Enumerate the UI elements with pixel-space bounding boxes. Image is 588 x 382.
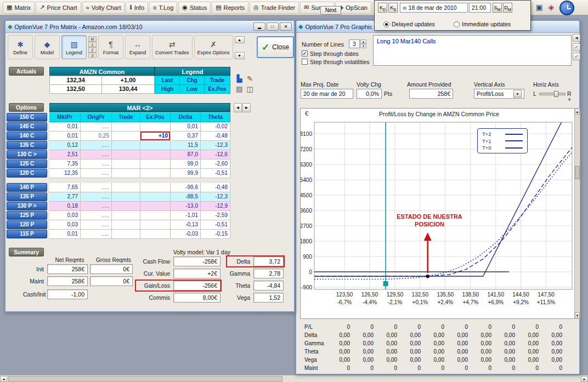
- delta-cell[interactable]: 99,0: [171, 159, 201, 169]
- delta-cell[interactable]: 99,9: [171, 169, 201, 178]
- lines-spinner[interactable]: ▲ ▼: [360, 39, 366, 48]
- close-window-button[interactable]: ✕: [280, 22, 292, 31]
- trade-cell[interactable]: [112, 192, 140, 202]
- page-icon[interactable]: ◫: [245, 85, 255, 94]
- workspace-icon[interactable]: ▣: [534, 2, 544, 12]
- delta-cell[interactable]: -13,0: [171, 202, 201, 211]
- origpr-cell[interactable]: 0,25: [81, 132, 112, 141]
- chevron-down-icon[interactable]: ▼: [513, 90, 522, 98]
- expos-cell[interactable]: [140, 169, 171, 178]
- delta-cell[interactable]: -0,03: [171, 230, 201, 239]
- theta-cell[interactable]: -0,02: [201, 122, 230, 132]
- check-button-1[interactable]: ✓: [573, 43, 580, 51]
- origpr-cell[interactable]: .....: [81, 192, 112, 202]
- trade-cell[interactable]: [112, 169, 140, 178]
- strike-button[interactable]: 120 C: [7, 169, 47, 178]
- app-toolbar-button[interactable]: ℹ Info: [126, 2, 148, 14]
- theta-cell[interactable]: -12,9: [201, 202, 230, 211]
- origpr-cell[interactable]: .....: [81, 122, 112, 132]
- trade-cell[interactable]: [112, 230, 140, 239]
- strike-button[interactable]: 130 C >: [7, 150, 47, 159]
- maximize-button[interactable]: □: [267, 22, 279, 31]
- hscrollbar-thumb[interactable]: [8, 376, 282, 382]
- edit-icon[interactable]: ✎: [245, 75, 255, 84]
- mktpr-cell[interactable]: 7,65: [49, 183, 81, 192]
- kd-button[interactable]: KD: [378, 3, 387, 13]
- delta-cell[interactable]: 11,5: [171, 141, 201, 150]
- origpr-cell[interactable]: .....: [81, 141, 112, 150]
- mktpr-cell[interactable]: 2,51: [49, 150, 81, 159]
- trade-cell[interactable]: [112, 211, 140, 220]
- theta-cell[interactable]: -0,48: [201, 183, 230, 192]
- delayed-updates-radio[interactable]: Delayed updates: [383, 19, 435, 28]
- minimize-button[interactable]: ▂: [253, 22, 265, 31]
- number-of-lines-value[interactable]: 3: [349, 39, 360, 48]
- mktpr-cell[interactable]: 0,18: [49, 202, 81, 211]
- spin-down-button[interactable]: ▼: [235, 52, 245, 59]
- strike-button[interactable]: 135 P: [7, 192, 47, 201]
- mode-mini-button[interactable]: M: [88, 36, 97, 42]
- max-proj-date-field[interactable]: 20 de mar de 20: [301, 89, 353, 99]
- time-field[interactable]: 21:00: [469, 3, 491, 13]
- zoom-plus-icon[interactable]: +: [568, 96, 571, 102]
- strike-button[interactable]: 135 C: [7, 141, 47, 150]
- matrix-tool-button[interactable]: ✗ Expire Options: [194, 35, 233, 59]
- collapse-button[interactable]: ◄: [573, 34, 580, 42]
- expos-cell[interactable]: [140, 141, 171, 150]
- trade-cell[interactable]: [112, 141, 140, 150]
- theta-cell[interactable]: -0,48: [201, 132, 230, 141]
- scroll-right-icon[interactable]: ►: [581, 376, 588, 382]
- trade-cell[interactable]: [112, 150, 140, 159]
- expos-cell[interactable]: [140, 230, 171, 239]
- matrix-tool-button[interactable]: ◆ Model: [35, 35, 60, 59]
- matrix-tool-button[interactable]: ¶ Format: [98, 35, 123, 59]
- strike-button[interactable]: 145 C: [7, 122, 47, 131]
- delta-cell[interactable]: -1,01: [171, 211, 201, 220]
- mktpr-cell[interactable]: 7,35: [49, 159, 81, 169]
- actuals-section-label[interactable]: Actuals: [9, 67, 44, 76]
- mktpr-cell[interactable]: 0,03: [49, 220, 81, 230]
- prev-month-button[interactable]: ◄: [234, 103, 242, 112]
- check-button-2[interactable]: ✓: [573, 53, 580, 60]
- app-toolbar-button[interactable]: ▦ Matrix: [3, 2, 35, 14]
- expos-cell[interactable]: [140, 159, 171, 169]
- theta-cell[interactable]: -2,60: [201, 159, 230, 169]
- sm-button[interactable]: SM: [493, 3, 502, 13]
- mktpr-cell[interactable]: 0,01: [49, 132, 81, 141]
- strike-button[interactable]: 125 P: [7, 211, 47, 220]
- scroll-left-icon[interactable]: ◄: [0, 376, 7, 382]
- trade-cell[interactable]: [112, 202, 140, 211]
- trade-cell[interactable]: [112, 183, 140, 192]
- mini-chart-icon[interactable]: ▙: [235, 75, 244, 84]
- delta-cell[interactable]: 0,01: [171, 122, 201, 132]
- expos-cell[interactable]: [140, 183, 171, 192]
- step-vol-checkbox[interactable]: [302, 59, 308, 65]
- strike-button[interactable]: 120 P: [7, 220, 47, 229]
- ks-button[interactable]: KS: [388, 3, 398, 13]
- origpr-cell[interactable]: .....: [81, 150, 112, 159]
- theta-cell[interactable]: -0,15: [201, 230, 230, 239]
- strike-button[interactable]: 115 P: [7, 230, 47, 238]
- app-toolbar-button[interactable]: ≈ Volty Chart: [82, 2, 125, 14]
- app-toolbar-button[interactable]: ◎ Trade Finder: [250, 2, 299, 14]
- amount-provided-field[interactable]: 258€: [409, 89, 453, 99]
- origpr-cell[interactable]: .....: [81, 169, 112, 178]
- mktpr-cell[interactable]: 0,01: [49, 122, 81, 132]
- horizontal-scrollbar[interactable]: ◄ ►: [0, 375, 588, 382]
- dm-button[interactable]: DM: [503, 3, 512, 13]
- close-matrix-button[interactable]: ✓ Close: [257, 36, 294, 58]
- mktpr-cell[interactable]: 0,03: [49, 211, 81, 220]
- trade-cell[interactable]: [112, 159, 140, 169]
- mktpr-cell[interactable]: 0,01: [49, 230, 81, 239]
- app-toolbar-button[interactable]: ≡ T.Log: [149, 2, 177, 14]
- clock-globe-icon[interactable]: [559, 1, 574, 15]
- trade-cell[interactable]: [112, 132, 140, 141]
- matrix-titlebar[interactable]: ◆ OptionVue 7 Pro Matrix - Amazon.com 18…: [5, 21, 294, 33]
- origpr-cell[interactable]: .....: [81, 220, 112, 230]
- print-icon[interactable]: ▤: [235, 85, 244, 94]
- strike-button[interactable]: 130 P >: [7, 202, 47, 210]
- mode-mini-button[interactable]: 2: [88, 47, 97, 53]
- delta-cell[interactable]: -88,5: [171, 192, 201, 202]
- volty-chg-field[interactable]: 0,0%: [357, 89, 382, 99]
- expos-cell[interactable]: [140, 220, 171, 230]
